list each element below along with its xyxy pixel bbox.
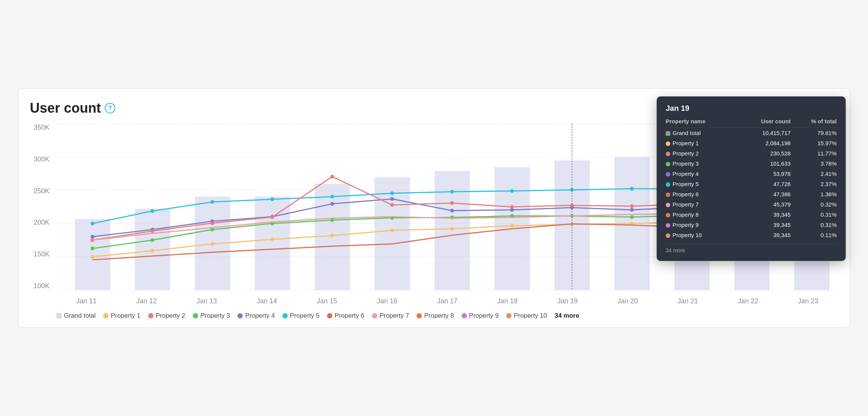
svg-rect-6 [75, 219, 110, 290]
x-label: Jan 14 [237, 297, 297, 305]
svg-point-25 [450, 190, 454, 194]
x-axis-labels: Jan 11Jan 12Jan 13Jan 14Jan 15Jan 16Jan … [56, 290, 838, 305]
x-label: Jan 16 [357, 297, 417, 305]
svg-point-32 [91, 235, 95, 239]
tooltip-row: Property 939,3450.31% [666, 220, 837, 230]
tooltip-date: Jan 19 [666, 104, 837, 113]
legend-dot-icon [372, 313, 377, 318]
legend-item: Property 5 [282, 312, 319, 320]
legend-dot-icon [103, 313, 108, 318]
legend-dot-icon [462, 313, 467, 318]
svg-point-74 [270, 237, 274, 241]
legend-dot-icon [327, 313, 332, 318]
legend-label: Property 8 [424, 312, 454, 320]
y-label: 250K [34, 187, 50, 195]
svg-point-47 [211, 221, 214, 225]
legend-square-icon [56, 313, 62, 318]
svg-point-26 [510, 189, 514, 193]
y-label: 350K [34, 124, 50, 132]
legend-item: Property 1 [103, 312, 140, 320]
legend-item: Property 3 [193, 312, 230, 320]
svg-point-77 [450, 227, 454, 231]
svg-point-23 [330, 195, 334, 199]
svg-point-58 [91, 247, 95, 250]
svg-point-46 [150, 229, 154, 233]
svg-point-59 [150, 238, 154, 242]
x-label: Jan 18 [477, 297, 538, 305]
legend-item: Property 6 [327, 312, 364, 320]
x-label: Jan 21 [658, 297, 718, 305]
svg-point-22 [270, 197, 274, 201]
tooltip-row: Property 3101,6333.78% [666, 158, 837, 169]
x-label: Jan 23 [778, 297, 838, 305]
x-label: Jan 13 [177, 297, 237, 305]
legend-label: Property 10 [514, 312, 547, 320]
y-axis: 350K300K250K200K150K100K [30, 124, 53, 290]
y-label: 200K [34, 219, 50, 227]
svg-rect-18 [794, 257, 830, 290]
help-icon[interactable]: ? [105, 103, 115, 113]
tooltip-more: 34 more [666, 244, 837, 253]
legend-label: Property 6 [335, 312, 364, 320]
legend-item: Grand total [56, 312, 96, 320]
tooltip-row: Grand total10,415,71779.81% [666, 128, 837, 138]
tooltip-row: Property 453,9782.41% [666, 169, 837, 179]
x-label: Jan 20 [598, 297, 658, 305]
legend-dot-icon [193, 313, 198, 318]
legend-dot-icon [506, 313, 512, 318]
x-label: Jan 22 [718, 297, 778, 305]
x-label: Jan 15 [297, 297, 357, 305]
svg-point-78 [510, 224, 514, 228]
svg-point-73 [211, 242, 214, 246]
tooltip-row: Property 1039,3450.11% [666, 230, 837, 240]
x-label: Jan 19 [538, 297, 598, 305]
legend-label: Property 2 [156, 312, 185, 320]
tooltip: Jan 19 Property name User count % of tot… [657, 96, 846, 261]
tooltip-table: Property name User count % of total Gran… [666, 118, 837, 240]
svg-point-52 [510, 205, 514, 209]
legend-label: Property 9 [469, 312, 499, 320]
legend-label: Property 5 [290, 312, 319, 320]
svg-point-36 [330, 202, 334, 206]
tooltip-row: Property 12,084,19815.97% [666, 138, 837, 148]
svg-point-50 [390, 203, 394, 207]
svg-point-20 [150, 209, 154, 213]
chart-title: User count [30, 100, 101, 116]
svg-point-72 [150, 249, 154, 253]
legend-label: Property 3 [200, 312, 230, 320]
legend-dot-icon [148, 313, 153, 318]
tooltip-col-count: User count [737, 118, 790, 128]
legend-item: Property 7 [372, 312, 409, 320]
svg-point-49 [330, 175, 334, 179]
legend-dot-icon [237, 313, 243, 318]
svg-point-71 [91, 255, 95, 259]
svg-rect-9 [255, 197, 290, 290]
legend-dot-icon [282, 313, 288, 318]
svg-point-51 [450, 201, 454, 205]
legend-item: Property 10 [506, 312, 547, 320]
svg-point-67 [630, 215, 634, 219]
legend-item: Property 2 [148, 312, 185, 320]
legend-label: Grand total [64, 312, 96, 320]
tooltip-row: Property 2230,52811.77% [666, 148, 837, 158]
legend-item: Property 8 [417, 312, 454, 320]
tooltip-row: Property 745,3790.32% [666, 199, 837, 210]
tooltip-row: Property 647,3861.36% [666, 189, 837, 199]
y-label: 150K [34, 250, 50, 258]
svg-point-41 [630, 208, 634, 212]
legend-dot-icon [417, 313, 422, 318]
x-label: Jan 12 [116, 297, 177, 305]
legend-more[interactable]: 34 more [555, 312, 579, 320]
legend-item: Property 9 [462, 312, 499, 320]
legend-label: Property 7 [380, 312, 409, 320]
y-label: 100K [34, 282, 50, 290]
svg-point-28 [630, 187, 634, 191]
tooltip-row: Property 547,7262.37% [666, 179, 837, 189]
chart-card: User count ? ⬇ [18, 88, 850, 328]
svg-point-21 [211, 200, 214, 204]
svg-point-48 [270, 215, 274, 219]
legend-item: Property 4 [237, 312, 274, 320]
y-label: 300K [34, 155, 50, 163]
svg-point-24 [390, 191, 394, 195]
svg-point-75 [330, 234, 334, 237]
